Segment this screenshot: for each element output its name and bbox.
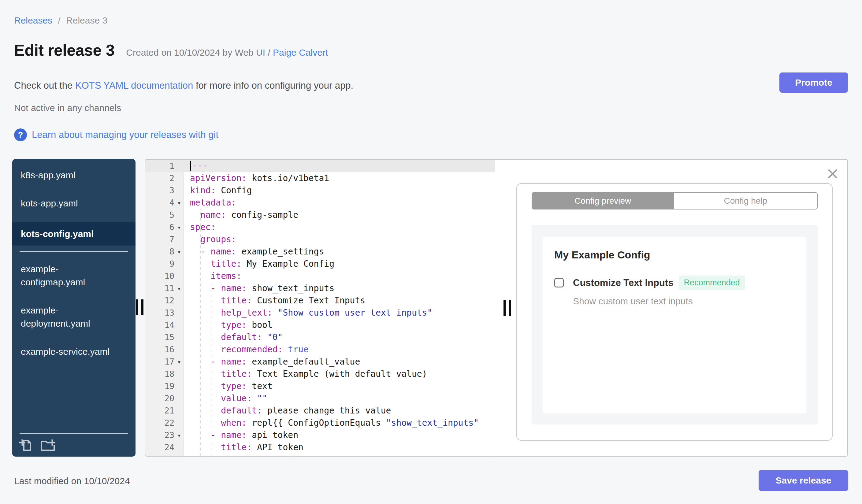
recommended-badge: Recommended [679,276,745,290]
fold-spacer [174,373,184,375]
customize-text-inputs-checkbox[interactable] [554,278,564,288]
code-text: type: password [184,454,293,456]
code-line-16[interactable]: 16 recommended: true [145,343,495,355]
file-item-example-service.yaml[interactable]: example-service.yaml [12,343,135,361]
code-line-9[interactable]: 9 title: My Example Config [145,257,495,270]
code-line-10[interactable]: 10 items: [145,270,495,282]
promote-button[interactable]: Promote [780,72,848,93]
file-item-example-configmap.yaml[interactable]: example-configmap.yaml [12,260,135,291]
code-line-25[interactable]: 25 type: password [145,453,495,456]
line-number: 3 [145,186,174,195]
fold-spacer [174,398,184,399]
code-text: title: API token [184,442,303,452]
fold-spacer [174,263,184,265]
line-number: 17 [145,357,174,367]
code-text: when: repl{{ ConfigOptionEquals "show_te… [184,418,479,428]
code-text: - name: example_settings [184,247,324,256]
fold-arrow-icon[interactable]: ▾ [174,284,184,292]
preview-resize-handle[interactable] [504,300,511,316]
config-group-title: My Example Config [554,249,797,261]
file-item-kots-config.yaml[interactable]: kots-config.yaml [12,222,135,246]
file-item-k8s-app.yaml[interactable]: k8s-app.yaml [12,167,135,184]
fold-arrow-icon[interactable]: ▾ [174,223,184,231]
tab-config-help[interactable]: Config help [674,192,818,210]
code-line-13[interactable]: 13 help_text: "Show custom user text inp… [145,306,495,319]
page-title: Edit release 3 [14,41,114,59]
code-line-8[interactable]: 8▾ - name: example_settings [145,245,495,257]
line-number: 2 [145,173,174,183]
code-line-23[interactable]: 23▾ - name: api_token [145,429,495,441]
file-item-example-deployment.yaml[interactable]: example-deployment.yaml [12,302,135,332]
code-text: items: [184,271,241,281]
code-text: name: config-sample [184,210,298,220]
code-line-2[interactable]: 2apiVersion: kots.io/v1beta1 [145,172,495,184]
add-file-button[interactable] [19,438,33,452]
save-release-button[interactable]: Save release [759,470,848,491]
fold-arrow-icon[interactable]: ▾ [174,198,184,207]
code-line-21[interactable]: 21 default: please change this value [145,404,495,416]
fold-arrow-icon[interactable]: ▾ [174,431,184,439]
code-text: - name: example_default_value [184,357,360,367]
code-line-11[interactable]: 11▾ - name: show_text_inputs [145,282,495,294]
code-rows: 1---2apiVersion: kots.io/v1beta13kind: C… [145,160,495,456]
line-number: 4 [145,198,174,207]
code-line-19[interactable]: 19 type: text [145,380,495,392]
code-line-1[interactable]: 1--- [145,160,495,172]
docs-line: Check out the KOTS YAML documentation fo… [14,80,353,91]
git-releases-link[interactable]: Learn about managing your releases with … [32,129,218,141]
code-line-20[interactable]: 20 value: "" [145,392,495,404]
line-number: 7 [145,235,174,244]
created-text: Created on 10/10/2024 by Web UI / [126,48,270,57]
line-number: 20 [145,394,174,403]
line-number: 9 [145,259,174,268]
line-number: 13 [145,308,174,317]
kots-yaml-docs-link[interactable]: KOTS YAML documentation [75,80,193,91]
code-line-12[interactable]: 12 title: Customize Text Inputs [145,294,495,306]
code-line-4[interactable]: 4▾metadata: [145,196,495,209]
code-text: groups: [184,234,236,244]
code-text: - name: show_text_inputs [184,283,334,293]
code-line-22[interactable]: 22 when: repl{{ ConfigOptionEquals "show… [145,416,495,429]
question-mark-icon[interactable]: ? [14,129,27,141]
channel-status: Not active in any channels [14,103,121,113]
file-list: k8s-app.yamlkots-app.yamlkots-config.yam… [12,159,135,371]
editor-shell: 1---2apiVersion: kots.io/v1beta13kind: C… [145,159,848,456]
code-line-17[interactable]: 17▾ - name: example_default_value [145,355,495,368]
breadcrumb: Releases / Release 3 [14,15,107,26]
code-line-6[interactable]: 6▾spec: [145,221,495,233]
breadcrumb-releases-link[interactable]: Releases [14,15,52,25]
code-line-7[interactable]: 7 groups: [145,233,495,245]
line-number: 5 [145,210,174,220]
preview-tabs: Config previewConfig help [532,192,818,210]
yaml-code-editor[interactable]: 1---2apiVersion: kots.io/v1beta13kind: C… [145,160,495,456]
tab-config-preview[interactable]: Config preview [532,192,675,210]
code-text: - name: api_token [184,430,298,440]
fold-arrow-icon[interactable]: ▾ [174,358,184,366]
file-sidebar: k8s-app.yamlkots-app.yamlkots-config.yam… [12,159,135,456]
code-text: default: "0" [184,332,283,342]
fold-arrow-icon[interactable]: ▾ [174,248,184,255]
add-folder-button[interactable] [40,438,56,452]
code-line-18[interactable]: 18 title: Text Example (with default val… [145,368,495,380]
fold-spacer [174,422,184,424]
release-editor-workspace: k8s-app.yamlkots-app.yamlkots-config.yam… [12,159,848,456]
author-link[interactable]: Paige Calvert [273,48,328,57]
code-line-14[interactable]: 14 type: bool [145,319,495,331]
line-number: 24 [145,442,174,452]
line-number: 15 [145,332,174,342]
sidebar-resize-handle[interactable] [136,300,143,315]
line-number: 14 [145,320,174,330]
code-text: spec: [184,222,216,232]
created-meta: Created on 10/10/2024 by Web UI / Paige … [126,48,328,58]
code-line-5[interactable]: 5 name: config-sample [145,209,495,221]
git-help-row: ? Learn about managing your releases wit… [14,129,218,141]
code-line-3[interactable]: 3kind: Config [145,184,495,196]
title-row: Edit release 3 Created on 10/10/2024 by … [14,41,328,59]
file-group-divider [19,251,128,252]
close-preview-button[interactable] [826,168,839,181]
code-line-24[interactable]: 24 title: API token [145,441,495,453]
code-line-15[interactable]: 15 default: "0" [145,331,495,343]
file-item-kots-app.yaml[interactable]: kots-app.yaml [12,195,135,212]
fold-spacer [174,214,184,216]
config-group-card: My Example Config Customize Text Inputs … [543,237,806,413]
